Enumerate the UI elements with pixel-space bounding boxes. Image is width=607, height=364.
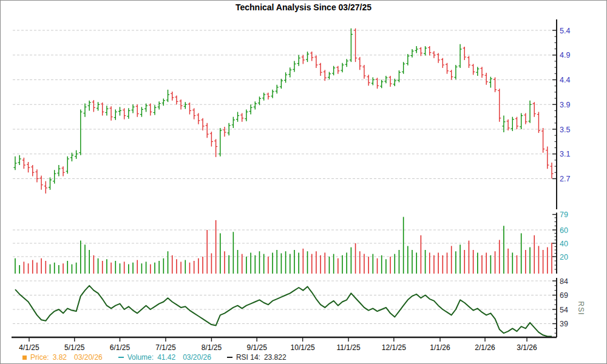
ohlc-bar	[310, 52, 313, 61]
rsi-legend-icon	[227, 357, 232, 358]
ohlc-bar	[166, 90, 169, 102]
ohlc-bar	[57, 165, 60, 176]
ohlc-bar	[83, 104, 86, 117]
ohlc-bar	[131, 104, 134, 113]
ohlc-bar	[35, 169, 38, 182]
axes	[552, 19, 557, 337]
ohlc-bar	[306, 52, 309, 62]
ohlc-bar	[206, 123, 209, 138]
ohlc-bar	[110, 106, 113, 120]
ohlc-bar	[40, 175, 43, 189]
price-axis-tick-label: 3.1	[560, 150, 570, 158]
legend-volume: Volume: 41.42 03/20/26	[118, 353, 211, 362]
ohlc-bar	[288, 67, 291, 77]
volume-axis-tick-label: 79	[560, 211, 568, 219]
price-axis-tick-label: 3.5	[560, 126, 570, 134]
x-tick-label: 3/1/26	[517, 343, 537, 352]
ohlc-bar	[97, 102, 100, 110]
ohlc-bar	[515, 117, 518, 129]
x-tick-label: 10/1/25	[291, 343, 315, 352]
ohlc-bar	[219, 128, 222, 157]
price-axis-tick-label: 5.4	[560, 27, 570, 35]
ohlc-bar	[376, 78, 379, 89]
ohlc-bar	[297, 55, 300, 66]
rsi-line	[15, 286, 552, 337]
ohlc-bar	[127, 108, 130, 118]
ohlc-bar	[467, 56, 470, 68]
ohlc-bar	[537, 112, 540, 133]
legend-price-date: 03/20/26	[74, 353, 103, 362]
chart-title: Technical Analysis Since 03/27/25	[1, 2, 606, 12]
ohlc-bar	[332, 66, 335, 75]
ohlc-bar	[398, 70, 401, 83]
ohlc-bar	[266, 93, 270, 99]
technical-analysis-chart: 5.44.94.43.93.53.12.77960402084695439RSI…	[0, 0, 607, 364]
legend-volume-label: Volume:	[127, 353, 154, 362]
ohlc-bar	[88, 101, 91, 111]
volume-bars	[15, 217, 552, 274]
ohlc-bar	[432, 51, 435, 58]
x-tick-label: 2/1/26	[475, 343, 495, 352]
ohlc-bar	[293, 61, 296, 72]
ohlc-bar	[271, 90, 274, 98]
ohlc-bar	[245, 109, 248, 121]
ohlc-bar	[49, 177, 52, 189]
ohlc-bar	[528, 101, 531, 123]
legend-rsi-label: RSI 14:	[236, 353, 260, 362]
ohlc-bar	[463, 47, 466, 60]
ohlc-bar	[380, 80, 383, 89]
ohlc-bar	[188, 103, 191, 115]
legend-volume-value: 41.42	[157, 353, 175, 362]
rsi-axis-tick-label: 39	[560, 320, 568, 328]
volume-axis-tick-label: 60	[560, 226, 568, 235]
ohlc-bar	[446, 63, 449, 74]
ohlc-bar	[232, 117, 235, 128]
ohlc-bar	[502, 116, 505, 133]
ohlc-bar	[350, 29, 353, 62]
ohlc-bar	[149, 104, 152, 116]
ohlc-bar	[428, 46, 431, 55]
legend-price: Price: 3.82 03/20/26	[22, 353, 103, 362]
ohlc-bar	[22, 158, 25, 169]
ohlc-bar	[314, 56, 317, 68]
x-tick-label: 1/1/26	[430, 343, 450, 352]
ohlc-bar	[53, 170, 56, 183]
ohlc-bar	[480, 67, 483, 78]
ohlc-bar	[371, 77, 375, 85]
ohlc-bar	[262, 93, 265, 101]
ohlc-bar	[276, 85, 279, 94]
ohlc-bar	[153, 105, 156, 115]
volume-legend-icon	[118, 357, 124, 358]
volume-axis-tick-label: 20	[560, 253, 568, 261]
ohlc-bar	[258, 96, 261, 105]
ohlc-bar	[118, 107, 121, 115]
volume-axis-tick-label: 40	[560, 240, 568, 248]
rsi-axis-title: RSI	[577, 301, 585, 315]
ohlc-bar	[454, 65, 457, 79]
legend-price-value: 3.82	[53, 353, 67, 362]
ohlc-bar	[550, 163, 553, 178]
ohlc-bar	[158, 101, 161, 109]
ohlc-bar	[354, 29, 357, 62]
ohlc-bar	[367, 75, 370, 86]
ohlc-bar	[472, 64, 475, 75]
ohlc-bar	[105, 106, 108, 115]
ohlc-bar	[424, 46, 427, 55]
legend-rsi: RSI 14: 23.822	[227, 353, 287, 362]
ohlc-bar	[410, 49, 413, 58]
ohlc-bar	[358, 57, 361, 70]
ohlc-bar	[541, 128, 544, 153]
ohlc-bar	[345, 59, 348, 67]
x-tick-label: 8/1/25	[202, 343, 222, 352]
ohlc-bar	[419, 47, 422, 56]
ohlc-bar	[284, 72, 287, 83]
x-tick-label: 5/1/25	[64, 343, 85, 352]
x-tick-label: 7/1/25	[155, 343, 176, 352]
legend-rsi-value: 23.822	[264, 353, 287, 362]
ohlc-bar	[175, 96, 178, 105]
ohlc-bar	[336, 66, 339, 74]
price-axis-tick-label: 4.9	[560, 51, 570, 59]
ohlc-bar	[406, 54, 409, 66]
price-axis-tick-label: 2.7	[560, 175, 570, 183]
ohlc-bar	[485, 73, 488, 85]
